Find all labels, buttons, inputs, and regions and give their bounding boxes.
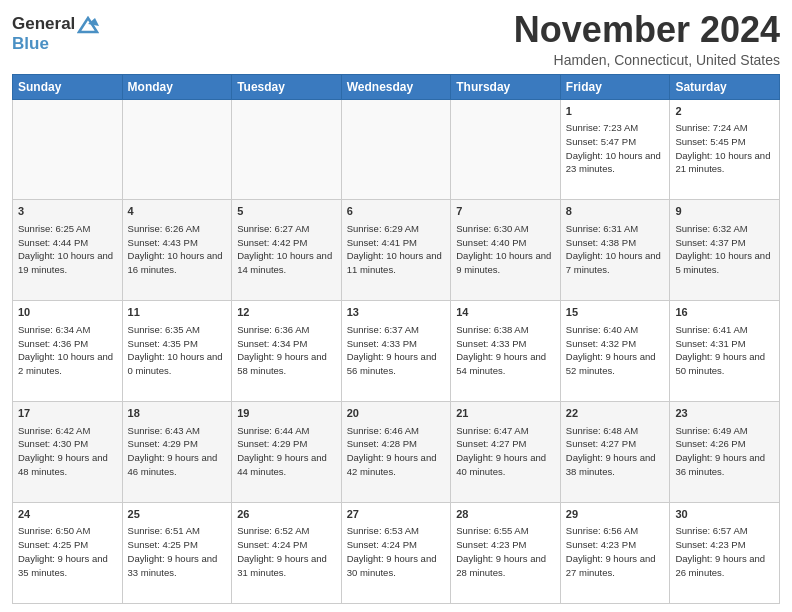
day-info: Sunrise: 6:43 AM Sunset: 4:29 PM Dayligh…: [128, 424, 227, 479]
calendar-cell: 22Sunrise: 6:48 AM Sunset: 4:27 PM Dayli…: [560, 402, 670, 503]
day-number: 3: [18, 204, 117, 219]
day-number: 22: [566, 406, 665, 421]
col-tuesday: Tuesday: [232, 74, 342, 99]
calendar-cell: 5Sunrise: 6:27 AM Sunset: 4:42 PM Daylig…: [232, 200, 342, 301]
day-number: 2: [675, 104, 774, 119]
calendar-cell: 18Sunrise: 6:43 AM Sunset: 4:29 PM Dayli…: [122, 402, 232, 503]
calendar-cell: 27Sunrise: 6:53 AM Sunset: 4:24 PM Dayli…: [341, 503, 451, 604]
calendar-cell: 14Sunrise: 6:38 AM Sunset: 4:33 PM Dayli…: [451, 301, 561, 402]
day-number: 14: [456, 305, 555, 320]
day-number: 7: [456, 204, 555, 219]
calendar-cell: [13, 99, 123, 200]
calendar-cell: 20Sunrise: 6:46 AM Sunset: 4:28 PM Dayli…: [341, 402, 451, 503]
day-info: Sunrise: 6:32 AM Sunset: 4:37 PM Dayligh…: [675, 222, 774, 277]
day-info: Sunrise: 6:27 AM Sunset: 4:42 PM Dayligh…: [237, 222, 336, 277]
day-info: Sunrise: 6:40 AM Sunset: 4:32 PM Dayligh…: [566, 323, 665, 378]
calendar-week-row: 24Sunrise: 6:50 AM Sunset: 4:25 PM Dayli…: [13, 503, 780, 604]
calendar-week-row: 10Sunrise: 6:34 AM Sunset: 4:36 PM Dayli…: [13, 301, 780, 402]
logo-text: General: [12, 14, 99, 34]
day-info: Sunrise: 6:56 AM Sunset: 4:23 PM Dayligh…: [566, 524, 665, 579]
calendar-cell: 6Sunrise: 6:29 AM Sunset: 4:41 PM Daylig…: [341, 200, 451, 301]
calendar-cell: 29Sunrise: 6:56 AM Sunset: 4:23 PM Dayli…: [560, 503, 670, 604]
day-info: Sunrise: 6:25 AM Sunset: 4:44 PM Dayligh…: [18, 222, 117, 277]
day-info: Sunrise: 6:51 AM Sunset: 4:25 PM Dayligh…: [128, 524, 227, 579]
day-number: 5: [237, 204, 336, 219]
day-info: Sunrise: 6:50 AM Sunset: 4:25 PM Dayligh…: [18, 524, 117, 579]
day-number: 18: [128, 406, 227, 421]
col-monday: Monday: [122, 74, 232, 99]
calendar-cell: 25Sunrise: 6:51 AM Sunset: 4:25 PM Dayli…: [122, 503, 232, 604]
day-info: Sunrise: 7:24 AM Sunset: 5:45 PM Dayligh…: [675, 121, 774, 176]
day-info: Sunrise: 6:42 AM Sunset: 4:30 PM Dayligh…: [18, 424, 117, 479]
header: General Blue November 2024 Hamden, Conne…: [12, 10, 780, 68]
day-number: 10: [18, 305, 117, 320]
day-number: 24: [18, 507, 117, 522]
calendar-cell: 4Sunrise: 6:26 AM Sunset: 4:43 PM Daylig…: [122, 200, 232, 301]
calendar-cell: 8Sunrise: 6:31 AM Sunset: 4:38 PM Daylig…: [560, 200, 670, 301]
day-info: Sunrise: 6:48 AM Sunset: 4:27 PM Dayligh…: [566, 424, 665, 479]
calendar-table: Sunday Monday Tuesday Wednesday Thursday…: [12, 74, 780, 604]
day-number: 15: [566, 305, 665, 320]
calendar-cell: 17Sunrise: 6:42 AM Sunset: 4:30 PM Dayli…: [13, 402, 123, 503]
day-number: 25: [128, 507, 227, 522]
col-sunday: Sunday: [13, 74, 123, 99]
calendar-cell: 26Sunrise: 6:52 AM Sunset: 4:24 PM Dayli…: [232, 503, 342, 604]
col-wednesday: Wednesday: [341, 74, 451, 99]
calendar-cell: 12Sunrise: 6:36 AM Sunset: 4:34 PM Dayli…: [232, 301, 342, 402]
day-number: 30: [675, 507, 774, 522]
calendar-cell: 11Sunrise: 6:35 AM Sunset: 4:35 PM Dayli…: [122, 301, 232, 402]
day-number: 8: [566, 204, 665, 219]
day-info: Sunrise: 6:26 AM Sunset: 4:43 PM Dayligh…: [128, 222, 227, 277]
calendar-week-row: 17Sunrise: 6:42 AM Sunset: 4:30 PM Dayli…: [13, 402, 780, 503]
day-number: 26: [237, 507, 336, 522]
calendar-cell: 28Sunrise: 6:55 AM Sunset: 4:23 PM Dayli…: [451, 503, 561, 604]
calendar-cell: [122, 99, 232, 200]
col-friday: Friday: [560, 74, 670, 99]
day-number: 27: [347, 507, 446, 522]
calendar-week-row: 1Sunrise: 7:23 AM Sunset: 5:47 PM Daylig…: [13, 99, 780, 200]
day-info: Sunrise: 6:46 AM Sunset: 4:28 PM Dayligh…: [347, 424, 446, 479]
day-info: Sunrise: 6:35 AM Sunset: 4:35 PM Dayligh…: [128, 323, 227, 378]
calendar-cell: 30Sunrise: 6:57 AM Sunset: 4:23 PM Dayli…: [670, 503, 780, 604]
calendar-cell: 16Sunrise: 6:41 AM Sunset: 4:31 PM Dayli…: [670, 301, 780, 402]
day-info: Sunrise: 6:38 AM Sunset: 4:33 PM Dayligh…: [456, 323, 555, 378]
day-number: 19: [237, 406, 336, 421]
day-info: Sunrise: 6:30 AM Sunset: 4:40 PM Dayligh…: [456, 222, 555, 277]
day-number: 12: [237, 305, 336, 320]
month-title: November 2024: [514, 10, 780, 50]
calendar-cell: 2Sunrise: 7:24 AM Sunset: 5:45 PM Daylig…: [670, 99, 780, 200]
calendar-cell: 3Sunrise: 6:25 AM Sunset: 4:44 PM Daylig…: [13, 200, 123, 301]
calendar-cell: 19Sunrise: 6:44 AM Sunset: 4:29 PM Dayli…: [232, 402, 342, 503]
logo-icon: [77, 16, 99, 34]
page: General Blue November 2024 Hamden, Conne…: [0, 0, 792, 612]
day-info: Sunrise: 6:37 AM Sunset: 4:33 PM Dayligh…: [347, 323, 446, 378]
day-number: 23: [675, 406, 774, 421]
calendar-cell: [451, 99, 561, 200]
day-number: 9: [675, 204, 774, 219]
calendar-cell: 24Sunrise: 6:50 AM Sunset: 4:25 PM Dayli…: [13, 503, 123, 604]
calendar-cell: 13Sunrise: 6:37 AM Sunset: 4:33 PM Dayli…: [341, 301, 451, 402]
day-number: 4: [128, 204, 227, 219]
day-info: Sunrise: 6:36 AM Sunset: 4:34 PM Dayligh…: [237, 323, 336, 378]
day-info: Sunrise: 6:47 AM Sunset: 4:27 PM Dayligh…: [456, 424, 555, 479]
calendar-cell: 10Sunrise: 6:34 AM Sunset: 4:36 PM Dayli…: [13, 301, 123, 402]
calendar-cell: 9Sunrise: 6:32 AM Sunset: 4:37 PM Daylig…: [670, 200, 780, 301]
day-info: Sunrise: 6:41 AM Sunset: 4:31 PM Dayligh…: [675, 323, 774, 378]
day-info: Sunrise: 6:29 AM Sunset: 4:41 PM Dayligh…: [347, 222, 446, 277]
day-number: 11: [128, 305, 227, 320]
day-info: Sunrise: 6:52 AM Sunset: 4:24 PM Dayligh…: [237, 524, 336, 579]
calendar-cell: 7Sunrise: 6:30 AM Sunset: 4:40 PM Daylig…: [451, 200, 561, 301]
day-number: 1: [566, 104, 665, 119]
day-number: 20: [347, 406, 446, 421]
day-number: 29: [566, 507, 665, 522]
logo: General Blue: [12, 14, 99, 53]
day-info: Sunrise: 6:31 AM Sunset: 4:38 PM Dayligh…: [566, 222, 665, 277]
calendar-cell: 23Sunrise: 6:49 AM Sunset: 4:26 PM Dayli…: [670, 402, 780, 503]
day-info: Sunrise: 6:53 AM Sunset: 4:24 PM Dayligh…: [347, 524, 446, 579]
day-info: Sunrise: 6:44 AM Sunset: 4:29 PM Dayligh…: [237, 424, 336, 479]
logo-blue: Blue: [12, 34, 99, 54]
calendar-week-row: 3Sunrise: 6:25 AM Sunset: 4:44 PM Daylig…: [13, 200, 780, 301]
day-info: Sunrise: 6:55 AM Sunset: 4:23 PM Dayligh…: [456, 524, 555, 579]
day-info: Sunrise: 6:34 AM Sunset: 4:36 PM Dayligh…: [18, 323, 117, 378]
col-thursday: Thursday: [451, 74, 561, 99]
